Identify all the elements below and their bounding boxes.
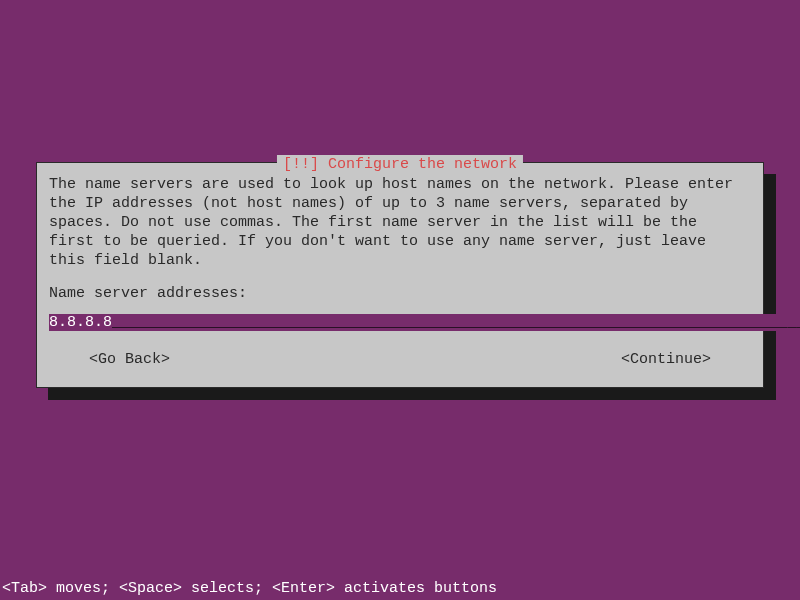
priority-marker: [!!] (283, 156, 319, 173)
field-label: Name server addresses: (49, 284, 751, 303)
dialog-title: [!!] Configure the network (277, 155, 523, 174)
button-row: <Go Back> <Continue> (49, 350, 751, 369)
dialog-box: [!!] Configure the network The name serv… (36, 162, 764, 388)
nameservers-input[interactable]: 8.8.8.8_________________________________… (49, 313, 751, 332)
input-value-text: 8.8.8.8 (49, 314, 112, 331)
dialog-title-text: Configure the network (328, 156, 517, 173)
go-back-button[interactable]: <Go Back> (89, 350, 170, 369)
description-text: The name servers are used to look up hos… (49, 175, 751, 270)
dialog-container: [!!] Configure the network The name serv… (36, 162, 764, 388)
footer-hint: <Tab> moves; <Space> selects; <Enter> ac… (2, 579, 497, 598)
continue-button[interactable]: <Continue> (621, 350, 711, 369)
input-fill: ________________________________________… (112, 314, 800, 331)
